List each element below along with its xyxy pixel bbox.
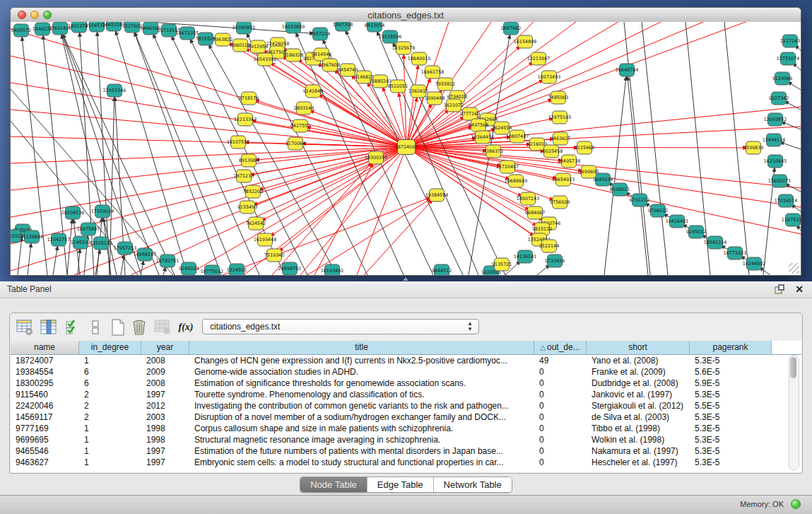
graph-node[interactable]: 2522144 xyxy=(539,240,559,252)
graph-node[interactable]: 18907243 xyxy=(517,192,540,205)
graph-node[interactable]: 10775012 xyxy=(201,265,224,275)
table-row[interactable]: 969969511998Structural magnetic resonanc… xyxy=(11,434,801,445)
graph-node[interactable]: 9129966 xyxy=(772,72,792,85)
table-selector-dropdown[interactable]: citations_edges.txt ▲▼ xyxy=(202,319,479,334)
graph-node[interactable]: 12975105 xyxy=(548,111,572,124)
tab-edge-table[interactable]: Edge Table xyxy=(367,477,434,492)
graph-node[interactable]: 16193448 xyxy=(254,233,277,246)
table-row[interactable]: 1938455462009Genome-wide association stu… xyxy=(11,366,801,378)
graph-node[interactable]: 11675312 xyxy=(782,214,801,226)
graph-node[interactable]: 22053346 xyxy=(103,84,126,97)
graph-node[interactable]: 9115460 xyxy=(575,141,594,154)
window-resize-grip[interactable] xyxy=(789,263,799,274)
row-pair-icon[interactable] xyxy=(86,318,105,337)
graph-node[interactable]: 1117243 xyxy=(780,35,800,47)
graph-node[interactable]: 2405572 xyxy=(11,24,31,37)
graph-node[interactable]: 2718176 xyxy=(239,92,259,105)
graph-node[interactable]: 16193402 xyxy=(321,264,344,275)
graph-node[interactable]: 9796032 xyxy=(648,204,668,217)
graph-node[interactable]: 18495738 xyxy=(558,155,581,168)
function-icon[interactable]: f(x) xyxy=(177,318,195,337)
graph-node[interactable]: 8813054 xyxy=(365,22,384,32)
vertical-scrollbar[interactable] xyxy=(789,355,799,470)
graph-node[interactable]: 9245033 xyxy=(179,262,199,275)
graph-node[interactable]: 16648784 xyxy=(616,64,639,76)
graph-node[interactable]: 19654923 xyxy=(552,173,575,186)
graph-node[interactable]: 7857224 xyxy=(310,28,330,40)
close-panel-icon[interactable]: ✕ xyxy=(795,283,804,296)
graph-node[interactable]: 2887682 xyxy=(501,22,521,35)
column-header-short[interactable]: short xyxy=(587,341,690,354)
graph-node[interactable]: 9684067 xyxy=(525,206,545,219)
graph-node[interactable]: 18107552 xyxy=(227,136,250,148)
graph-node[interactable]: 13505135 xyxy=(90,237,113,250)
graph-node[interactable]: 18640910 xyxy=(408,52,431,65)
table-settings-icon[interactable] xyxy=(16,318,34,337)
graph-node[interactable]: 1621072 xyxy=(444,99,464,112)
column-visibility-icon[interactable] xyxy=(40,318,58,337)
graph-node[interactable]: 16782751 xyxy=(156,255,180,267)
graph-node[interactable]: 16961758 xyxy=(421,66,445,78)
graph-node[interactable]: 1599839 xyxy=(743,141,763,154)
graph-node[interactable]: 12093852 xyxy=(764,113,787,126)
graph-node-hub[interactable]: 18724007 xyxy=(395,140,418,155)
graph-node[interactable]: 20206536 xyxy=(61,206,85,219)
graph-node[interactable]: 2803144 xyxy=(294,102,314,115)
graph-node[interactable]: 3624554 xyxy=(492,122,512,134)
graph-node[interactable]: 12342757 xyxy=(47,233,71,246)
column-header-title[interactable]: title xyxy=(189,341,534,354)
graph-node[interactable]: 7519340 xyxy=(264,249,284,262)
table-row[interactable]: 946554611997Estimation of the future num… xyxy=(11,445,801,457)
graph-node[interactable]: 19384554 xyxy=(425,189,449,201)
table-row[interactable]: 2242004622012Investigating the contribut… xyxy=(11,400,801,411)
graph-node[interactable]: 14136141 xyxy=(514,250,537,263)
graph-node[interactable]: 7485063 xyxy=(548,91,568,104)
graph-node[interactable]: 9699695 xyxy=(579,165,599,178)
graph-node[interactable]: 17016514 xyxy=(775,194,798,207)
graph-node[interactable]: 8522051 xyxy=(388,80,408,93)
graph-node[interactable]: 1145193 xyxy=(71,236,90,249)
column-header-name[interactable]: name xyxy=(11,341,79,354)
column-header-in_degree[interactable]: in_degree xyxy=(79,341,141,354)
graph-node[interactable]: 15692071 xyxy=(768,175,792,187)
table-row[interactable]: 946362711997Embryonic stem cells: a mode… xyxy=(11,457,801,468)
graph-node[interactable]: 1524501 xyxy=(227,264,247,275)
graph-node[interactable]: 8912954 xyxy=(248,40,268,53)
graph-node[interactable]: 9155493 xyxy=(237,201,257,214)
graph-node[interactable]: 20364456 xyxy=(471,131,495,144)
graph-node[interactable]: 8186328 xyxy=(283,49,303,62)
graph-node[interactable]: 1733426 xyxy=(545,255,565,267)
graph-node[interactable]: 8938921 xyxy=(610,183,630,196)
graph-node[interactable]: 8913984 xyxy=(239,154,259,167)
graph-node[interactable]: 7852202 xyxy=(243,185,263,198)
graph-node[interactable]: 9756928 xyxy=(550,196,570,209)
graph-node[interactable]: 19218506 xyxy=(379,30,402,43)
table-row[interactable]: 1456911722003Disruption of a novel membe… xyxy=(11,411,801,423)
graph-node[interactable]: 1170064 xyxy=(286,137,305,150)
new-document-icon[interactable] xyxy=(109,318,127,337)
graph-node[interactable]: 12444134 xyxy=(763,134,786,146)
float-panel-icon[interactable] xyxy=(775,284,785,295)
network-canvas[interactable]: 1872400724055721546231376914061891378121… xyxy=(11,22,801,275)
graph-node[interactable]: 1527602 xyxy=(122,22,142,33)
graph-node[interactable]: 8427552 xyxy=(290,119,310,132)
table-row[interactable]: 1872400712008Changes of HCN gene express… xyxy=(11,355,801,366)
graph-node[interactable]: 2871233 xyxy=(234,170,254,182)
graph-node[interactable]: 12213967 xyxy=(527,52,551,65)
scrollbar-thumb[interactable] xyxy=(790,357,796,378)
graph-node[interactable]: 16210645 xyxy=(764,155,787,168)
graph-node[interactable]: 16154808 xyxy=(514,35,537,48)
graph-node[interactable]: 9463627 xyxy=(551,132,570,145)
graph-node[interactable]: 6791212 xyxy=(630,194,649,206)
graph-node[interactable]: 12325678 xyxy=(392,42,416,54)
graph-node[interactable]: 9227342 xyxy=(769,92,789,105)
graph-node[interactable]: 9245012 xyxy=(686,226,706,238)
graph-node[interactable]: 9844512 xyxy=(432,264,452,275)
graph-node[interactable]: 17359924 xyxy=(91,205,114,218)
graph-node[interactable]: 1990448 xyxy=(425,92,445,105)
graph-node[interactable]: 7386372 xyxy=(483,145,503,158)
window-titlebar[interactable]: citations_edges.txt xyxy=(11,8,801,23)
column-header-out_de[interactable]: △out_de... xyxy=(534,341,587,354)
tab-network-table[interactable]: Network Table xyxy=(434,477,512,492)
table-row[interactable]: 977716911998Corpus callosum shape and si… xyxy=(11,423,801,434)
